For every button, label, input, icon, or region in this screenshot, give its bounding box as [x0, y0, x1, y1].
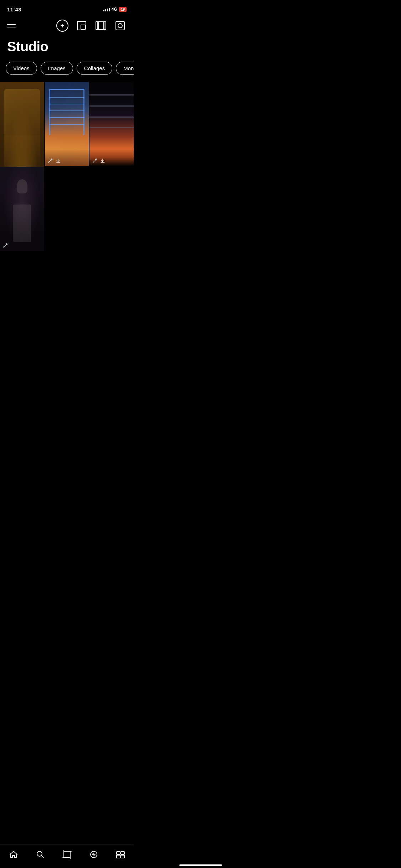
add-button[interactable]: +: [56, 19, 69, 32]
item-overlay-sunset: [92, 158, 105, 163]
media-item-citysky-row: [45, 82, 134, 166]
status-bar: 11:43 4G 19: [0, 0, 134, 16]
media-grid: [0, 82, 134, 251]
layout-icon: [77, 21, 87, 31]
film-icon: [96, 21, 106, 30]
svg-rect-0: [77, 21, 86, 30]
status-time: 11:43: [7, 6, 21, 12]
network-label: 4G: [112, 7, 117, 12]
media-item-citysky[interactable]: [45, 82, 89, 166]
signal-icon: [103, 7, 110, 11]
svg-line-12: [48, 159, 52, 163]
media-item-girl[interactable]: [0, 167, 44, 251]
page-title: Studio: [0, 36, 134, 62]
item-overlay-citysky: [48, 158, 61, 163]
filter-tabs: Videos Images Collages Montages: [0, 62, 134, 82]
item-overlay-girl: [3, 243, 8, 248]
record-button[interactable]: [114, 19, 127, 32]
tab-images[interactable]: Images: [41, 62, 73, 75]
edit-icon-girl[interactable]: [3, 243, 8, 248]
svg-rect-5: [116, 21, 124, 30]
layout-button[interactable]: [75, 19, 88, 32]
toolbar: +: [0, 16, 134, 36]
film-button[interactable]: [94, 19, 107, 32]
battery-badge: 19: [119, 7, 127, 12]
edit-icon-sunset[interactable]: [92, 158, 97, 163]
empty-cell-1: [45, 167, 89, 251]
svg-rect-3: [97, 22, 99, 30]
download-icon-citysky[interactable]: [56, 158, 61, 163]
toolbar-right: +: [56, 19, 127, 32]
add-icon: +: [56, 20, 68, 32]
edit-icon-citysky[interactable]: [48, 158, 53, 163]
svg-line-20: [4, 244, 7, 248]
tab-videos[interactable]: Videos: [6, 62, 37, 75]
svg-point-6: [118, 24, 122, 28]
status-icons: 4G 19: [103, 7, 127, 12]
tab-collages[interactable]: Collages: [77, 62, 112, 75]
media-item-sunset[interactable]: [89, 82, 134, 166]
download-icon-sunset[interactable]: [100, 158, 105, 163]
svg-rect-1: [81, 25, 85, 29]
record-icon: [115, 21, 125, 31]
empty-cell-2: [89, 167, 134, 251]
menu-button[interactable]: [7, 24, 16, 27]
svg-line-16: [93, 159, 97, 163]
svg-rect-4: [103, 22, 104, 30]
tab-montages[interactable]: Montages: [116, 62, 134, 75]
